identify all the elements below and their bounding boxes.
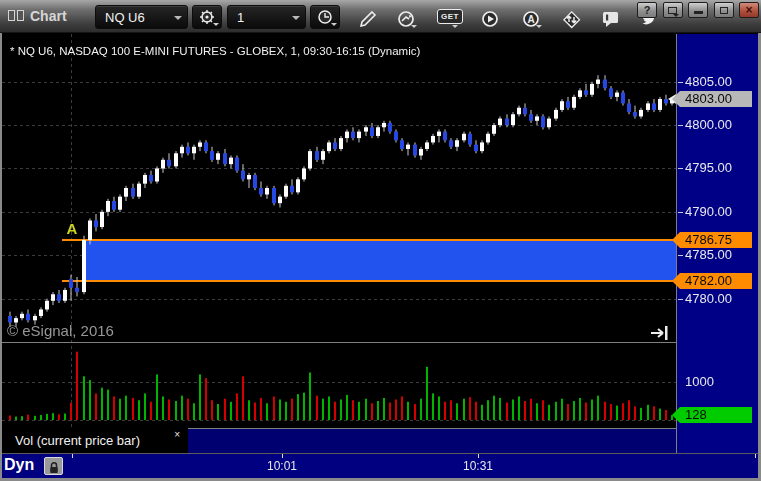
chevron-down-icon: [331, 23, 337, 26]
price-axis-label: 4795.00: [685, 160, 732, 176]
chevron-down-icon[interactable]: [292, 16, 300, 20]
dynamic-mode-label: Dyn: [4, 456, 34, 474]
time-axis-tick: [478, 454, 479, 458]
axis-tick: [678, 168, 683, 169]
swap-arrows-icon: [560, 8, 582, 30]
pane-divider[interactable]: [0, 342, 758, 343]
help-button[interactable]: ?: [637, 2, 657, 18]
price-axis-label: 4790.00: [685, 204, 732, 220]
time-axis-label: 10:01: [260, 459, 304, 473]
get-icon: GET: [437, 9, 463, 24]
time-axis-label: 10:31: [456, 459, 500, 473]
volume-tab-label: Vol (current price bar): [15, 433, 140, 448]
chart-title: * NQ U6, NASDAQ 100 E-MINI FUTURES - GLO…: [10, 45, 420, 57]
chart-window-icon: [8, 9, 26, 22]
volume-axis-label: 1000: [685, 374, 714, 390]
chevron-down-icon: [536, 25, 542, 28]
time-template-button[interactable]: [310, 5, 340, 29]
axis-tick: [678, 82, 683, 83]
window-frame-left: [0, 33, 2, 481]
price-axis[interactable]: 4805.004800.004795.004790.004785.004780.…: [676, 34, 758, 453]
chart-window: Chart NQ U6 1: [0, 0, 761, 481]
comment-button[interactable]: [600, 8, 624, 30]
minimize-icon: [694, 11, 703, 14]
chevron-down-icon: [411, 25, 417, 28]
axis-tick: [678, 255, 683, 256]
interval-input[interactable]: 1: [227, 5, 306, 29]
axis-tick: [678, 212, 683, 213]
minimize-button[interactable]: [688, 2, 708, 18]
chart-canvas[interactable]: [2, 34, 677, 428]
replay-button[interactable]: [479, 8, 503, 30]
chevron-down-icon: [452, 25, 458, 28]
time-axis-tick: [282, 454, 283, 458]
popout-icon: [668, 7, 677, 14]
price-axis-label: 4805.00: [685, 74, 732, 90]
volume-indicator-tab[interactable]: Vol (current price bar) ×: [6, 429, 188, 453]
window-controls: ? ×: [636, 2, 759, 19]
chevron-down-icon: [213, 23, 219, 26]
titlebar[interactable]: Chart NQ U6 1: [0, 0, 761, 33]
axis-tick: [678, 125, 683, 126]
symbol-settings-button[interactable]: [192, 5, 222, 29]
lock-icon: [48, 461, 60, 474]
axis-tick: [678, 299, 683, 300]
time-axis[interactable]: Dyn 10:0110:31: [0, 453, 761, 478]
last-price-tag: 4803.00: [680, 91, 752, 107]
maximize-icon: [720, 7, 728, 14]
speech-bubble-icon: [600, 8, 622, 30]
reload-chart-button[interactable]: [395, 8, 419, 30]
get-data-button[interactable]: GET: [436, 8, 460, 30]
current-volume-tag: 128: [680, 407, 752, 423]
time-axis-tick: [755, 454, 756, 458]
pencil-icon: [357, 8, 379, 30]
popout-button[interactable]: [663, 2, 683, 18]
symbol-input[interactable]: NQ U6: [95, 5, 188, 29]
close-button[interactable]: ×: [739, 2, 759, 18]
maximize-button[interactable]: [714, 2, 734, 18]
scroll-to-latest-button[interactable]: [649, 324, 673, 342]
play-icon: [479, 8, 501, 30]
swap-arrows-button[interactable]: [560, 8, 584, 30]
auto-study-button[interactable]: A: [520, 8, 544, 30]
copyright-text: © eSignal, 2016: [7, 322, 114, 339]
lock-button[interactable]: [44, 457, 63, 475]
price-axis-label: 4785.00: [685, 247, 732, 263]
window-title: Chart: [30, 8, 67, 24]
zone-bottom-tag: 4782.00: [680, 273, 752, 289]
a-circle-icon: A: [520, 8, 544, 32]
arrow-to-bar-icon: [649, 324, 673, 342]
draw-tool-button[interactable]: [357, 8, 381, 30]
refresh-chart-icon: [395, 8, 419, 32]
indicator-tab-row: Vol (current price bar) ×: [0, 428, 676, 453]
price-axis-label: 4780.00: [685, 291, 732, 307]
close-tab-icon[interactable]: ×: [174, 430, 180, 440]
interval-value: 1: [237, 10, 244, 25]
tab-row-filler: [188, 428, 676, 453]
time-axis-tick: [72, 454, 73, 458]
price-axis-label: 4800.00: [685, 117, 732, 133]
zone-top-tag: 4786.75: [680, 232, 752, 248]
svg-text:A: A: [527, 14, 534, 25]
chevron-down-icon[interactable]: [174, 16, 182, 20]
symbol-value: NQ U6: [105, 10, 145, 25]
